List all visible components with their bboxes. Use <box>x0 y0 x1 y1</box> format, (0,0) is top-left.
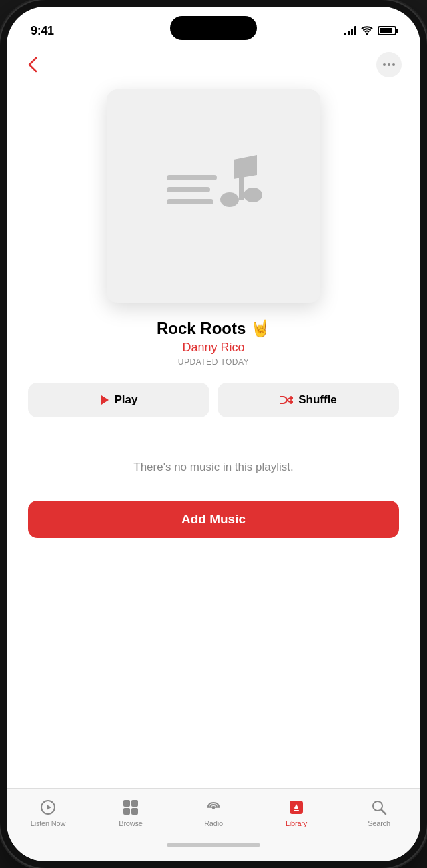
dynamic-island <box>170 16 257 40</box>
empty-state: There's no music in this playlist. <box>7 434 420 501</box>
signal-icon <box>344 26 356 35</box>
shuffle-icon <box>280 395 293 405</box>
artwork-container <box>7 83 420 319</box>
tab-browse[interactable]: Browse <box>89 795 172 830</box>
shuffle-label: Shuffle <box>298 393 337 407</box>
playlist-owner[interactable]: Danny Rico <box>33 341 394 355</box>
tab-library[interactable]: Library <box>255 795 338 830</box>
svg-point-6 <box>244 188 262 202</box>
playlist-title: Rock Roots 🤘 <box>33 319 394 338</box>
music-placeholder-icon <box>160 150 267 243</box>
play-label: Play <box>115 393 138 407</box>
tab-radio-label: Radio <box>204 819 223 827</box>
tab-listen-now-label: Listen Now <box>31 819 65 827</box>
svg-rect-14 <box>294 808 298 809</box>
phone-screen: 9:41 <box>7 7 420 861</box>
svg-point-4 <box>220 192 239 207</box>
tab-radio[interactable]: Radio <box>172 795 255 830</box>
svg-rect-1 <box>167 175 217 180</box>
section-divider <box>7 431 420 431</box>
tab-browse-label: Browse <box>119 819 142 827</box>
radio-icon <box>204 798 223 817</box>
status-bar: 9:41 <box>7 7 420 44</box>
status-time: 9:41 <box>31 24 54 38</box>
svg-point-0 <box>366 33 368 35</box>
phone-frame: 9:41 <box>0 0 427 868</box>
shuffle-button[interactable]: Shuffle <box>218 383 399 417</box>
search-icon <box>370 798 388 817</box>
more-options-button[interactable] <box>376 52 402 77</box>
nav-header <box>7 44 420 83</box>
action-buttons: Play Shuffle <box>7 372 420 428</box>
wifi-icon <box>361 26 373 35</box>
playlist-artwork <box>107 89 320 303</box>
svg-line-17 <box>381 809 386 814</box>
play-icon <box>100 395 109 405</box>
svg-rect-9 <box>131 800 138 807</box>
svg-rect-15 <box>294 810 299 811</box>
listen-now-icon <box>39 798 57 817</box>
status-icons <box>344 26 396 35</box>
add-music-button[interactable]: Add Music <box>28 501 399 538</box>
playlist-updated: UPDATED TODAY <box>33 357 394 367</box>
browse-icon <box>121 798 140 817</box>
svg-rect-10 <box>123 808 130 815</box>
empty-message: There's no music in this playlist. <box>33 461 394 474</box>
library-icon <box>287 798 306 817</box>
home-indicator <box>167 843 260 847</box>
svg-rect-11 <box>131 808 138 815</box>
svg-rect-8 <box>123 800 130 807</box>
tab-bar: Listen Now Browse <box>7 788 420 861</box>
tab-listen-now[interactable]: Listen Now <box>7 795 89 830</box>
svg-rect-2 <box>167 187 210 192</box>
tab-library-label: Library <box>286 819 307 827</box>
tab-search-label: Search <box>368 819 390 827</box>
more-dots-icon <box>383 63 395 66</box>
play-button[interactable]: Play <box>28 383 209 417</box>
battery-icon <box>378 26 396 35</box>
tab-search[interactable]: Search <box>338 795 420 830</box>
playlist-info: Rock Roots 🤘 Danny Rico UPDATED TODAY <box>7 319 420 372</box>
svg-rect-3 <box>167 199 214 204</box>
content-area: Rock Roots 🤘 Danny Rico UPDATED TODAY Pl… <box>7 44 420 788</box>
svg-point-12 <box>212 807 215 809</box>
content-spacer <box>7 538 420 788</box>
svg-rect-5 <box>239 159 244 200</box>
back-button[interactable] <box>25 54 40 75</box>
